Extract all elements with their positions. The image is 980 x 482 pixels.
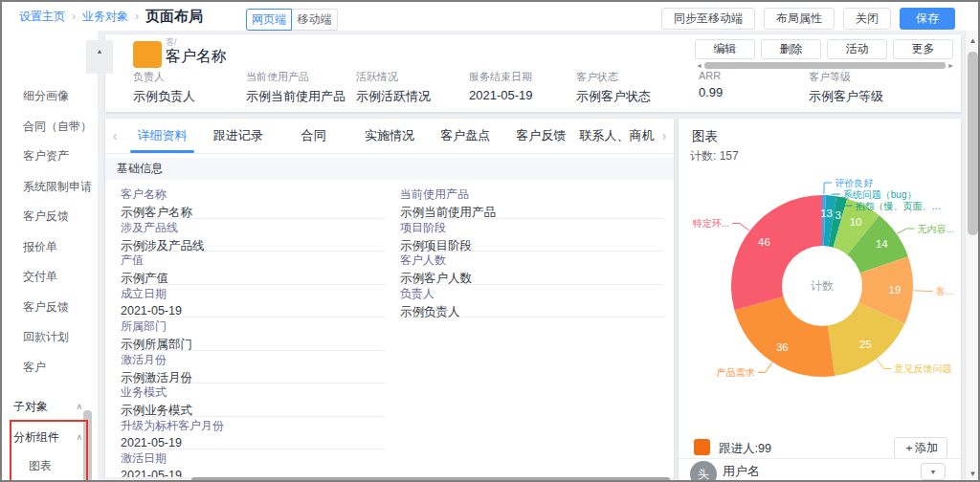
top-header: 设置主页 › 业务对象 › 页面布局 网页端 移动端 同步至移动端 布局属性 关…	[2, 2, 978, 31]
scroll-right-icon[interactable]: ►	[947, 61, 954, 70]
field-label: 客户名称	[121, 186, 385, 203]
tab-item[interactable]: 客户盘点	[428, 119, 503, 153]
slice-outer-label: 客...	[936, 286, 953, 296]
slice-value-label: 3	[826, 208, 832, 219]
sidebar-item[interactable]: 合同（自带）	[23, 117, 96, 136]
tabs-chevron-left-icon[interactable]: ‹	[105, 119, 124, 153]
tabs-chevron-right-icon[interactable]: ›	[655, 119, 674, 153]
tab-item[interactable]: 跟进记录	[200, 119, 276, 153]
sidebar-section-child-objects[interactable]: 子对象 ∧	[13, 396, 90, 417]
sidebar-item[interactable]: 客户反馈	[23, 297, 96, 317]
field-label: 激活月份	[121, 351, 385, 368]
chart-title: 图表	[692, 128, 718, 145]
save-button[interactable]: 保存	[900, 8, 955, 30]
tab-active[interactable]: 详细资料	[124, 119, 200, 153]
detail-field: 活跃情况示例活跃情况	[356, 70, 431, 105]
user-dropdown-button[interactable]: ▼	[921, 463, 946, 480]
breadcrumb-separator-icon: ›	[72, 10, 76, 23]
tab-item[interactable]: 联系人、商机	[579, 119, 655, 153]
section-label: 子对象	[13, 400, 48, 413]
field-value: 示例客户等级	[809, 88, 883, 105]
sidebar-item-chart[interactable]: 图表	[29, 456, 52, 475]
field-value: 示例负责人	[133, 88, 195, 105]
sync-to-mobile-button[interactable]: 同步至移动端	[661, 8, 755, 30]
layout-properties-button[interactable]: 布局属性	[764, 8, 835, 30]
slice-value-label: 25	[859, 339, 872, 350]
slice-outer-label: 抱怨（慢、页面、…	[856, 201, 942, 211]
form-field: 激活日期2021-05-19	[121, 449, 385, 478]
field-label: 当前使用产品	[246, 70, 345, 84]
follower-count-label: 跟进人:99	[719, 441, 771, 457]
detail-field: 客户状态示例客户状态	[576, 70, 651, 105]
tab-item[interactable]: 合同	[276, 119, 351, 153]
toggle-web-button[interactable]: 网页端	[246, 9, 292, 31]
sidebar-section-analysis[interactable]: 分析组件 ∧	[13, 427, 90, 448]
sidebar-item[interactable]: 回款计划	[23, 327, 96, 346]
user-name: 用户名	[723, 463, 760, 480]
detail-tabs-card: ‹ 详细资料跟进记录合同实施情况客户盘点客户反馈联系人、商机 › 基础信息 客户…	[105, 119, 674, 478]
slice-value-label: 10	[850, 216, 862, 228]
hscrollbar-thumb[interactable]	[704, 62, 946, 69]
breadcrumb-settings-home[interactable]: 设置主页	[19, 9, 65, 25]
form-field: 成立日期2021-05-19	[121, 285, 385, 318]
scroll-down-icon[interactable]: ▼	[966, 470, 980, 478]
field-value: 2021-05-19	[121, 436, 385, 449]
caret-up-icon: ∧	[76, 427, 82, 448]
collapse-up-icon: ▲	[97, 48, 103, 55]
tab-item[interactable]: 实施情况	[351, 119, 427, 153]
add-follower-button[interactable]: ＋添加	[894, 437, 947, 459]
detail-field: 负责人示例负责人	[133, 70, 195, 105]
app-window: 设置主页 › 业务对象 › 页面布局 网页端 移动端 同步至移动端 布局属性 关…	[0, 0, 980, 482]
sidebar-item[interactable]: 系统限制申请明细	[23, 177, 92, 196]
page-scrollbar[interactable]: ▲ ▼	[965, 31, 980, 482]
edit-button[interactable]: 编辑	[695, 39, 755, 59]
tab-item[interactable]: 客户反馈	[503, 119, 579, 153]
sidebar-item[interactable]: 客户反馈	[23, 207, 96, 226]
field-label: 激活日期	[121, 449, 385, 467]
sidebar-item[interactable]: 报价单	[23, 237, 96, 256]
slice-outer-label: 无内容...	[918, 224, 954, 234]
sidebar-item[interactable]: 交付单	[23, 267, 96, 286]
scroll-up-icon[interactable]: ▲	[966, 36, 980, 45]
sidebar-item[interactable]: 客户资产	[23, 146, 96, 165]
delete-button[interactable]: 删除	[761, 39, 821, 59]
field-label: 所属部门	[121, 318, 385, 335]
detail-card-hscrollbar[interactable]: ◄ ►	[696, 61, 954, 70]
field-label: 服务结束日期	[469, 70, 533, 84]
toggle-mobile-button[interactable]: 移动端	[292, 9, 338, 31]
chart-count-label: 计数: 157	[690, 148, 739, 164]
form-field: 业务模式示例业务模式	[121, 383, 385, 417]
donut-chart: 133101419253646计数评价良好系统问题（bug）抱怨（慢、页面、…·…	[679, 171, 961, 431]
field-label: 成立日期	[121, 285, 385, 302]
slice-value-label: 14	[876, 238, 888, 250]
field-label: 客户状态	[576, 70, 651, 84]
main-hscrollbar[interactable]	[105, 477, 674, 482]
sidebar-item[interactable]: 细分画像	[23, 86, 96, 105]
slice-outer-label: 特定环...	[693, 218, 729, 229]
activity-button[interactable]: 活动	[827, 39, 887, 59]
vscrollbar-thumb[interactable]	[968, 52, 978, 235]
record-action-buttons: 编辑删除活动更多	[695, 39, 953, 59]
breadcrumb-current-page: 页面布局	[145, 8, 203, 26]
user-avatar: 头	[690, 461, 717, 482]
sidebar-item[interactable]: 客户	[23, 358, 96, 377]
form-field: 负责人示例负责人	[400, 285, 664, 318]
slice-outer-label: 意见反馈问题	[894, 363, 952, 374]
sidebar-scrollbar-thumb[interactable]	[83, 410, 92, 482]
field-label: 涉及产品线	[121, 219, 385, 236]
collapse-strip[interactable]: ▲	[86, 40, 113, 74]
field-label: 当前使用产品	[400, 186, 664, 203]
field-value: 0.99	[699, 85, 723, 99]
tabs-bar: ‹ 详细资料跟进记录合同实施情况客户盘点客户反馈联系人、商机 ›	[105, 119, 674, 154]
caret-up-icon: ∧	[76, 396, 82, 417]
scroll-left-icon[interactable]: ◄	[696, 61, 702, 70]
close-button[interactable]: 关闭	[843, 8, 891, 30]
section-label: 分析组件	[13, 430, 59, 444]
hscrollbar-thumb[interactable]	[191, 477, 670, 482]
view-toggle: 网页端 移动端	[246, 9, 338, 31]
more-button[interactable]: 更多	[893, 39, 953, 59]
breadcrumb-business-object[interactable]: 业务对象	[82, 9, 128, 25]
field-value: 2021-05-19	[469, 88, 533, 102]
detail-field: 服务结束日期2021-05-19	[469, 70, 533, 102]
label-leader-line	[732, 224, 749, 230]
